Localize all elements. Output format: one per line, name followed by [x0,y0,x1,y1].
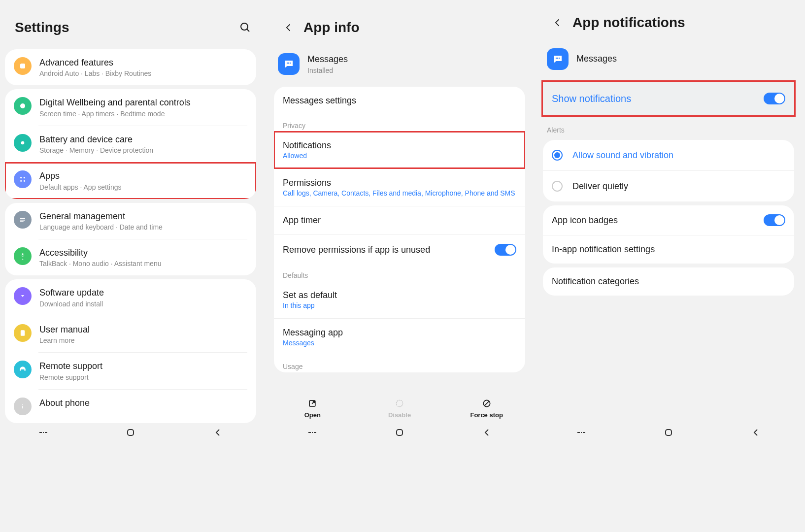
alerts-section-label: Alerts [538,119,799,136]
notifications-row[interactable]: Notifications Allowed [274,132,525,168]
settings-item-general-management[interactable]: General management Language and keyboard… [5,203,256,239]
svg-point-24 [396,400,402,406]
action-label: Disable [388,411,411,419]
messaging-app-row[interactable]: Messaging app Messages [274,318,525,356]
open-button[interactable]: Open [269,399,356,419]
settings-group-4: Software update Download and install Use… [5,279,256,423]
back-icon[interactable] [284,23,294,33]
deliver-quietly-row[interactable]: Deliver quietly [543,170,794,201]
svg-point-33 [559,58,560,59]
settings-item-software-update[interactable]: Software update Download and install [5,279,256,315]
settings-item-digital-wellbeing[interactable]: Digital Wellbeing and parental controls … [5,89,256,125]
row-sub: Messages [283,339,516,347]
item-sub: Android Auto · Labs · Bixby Routines [39,69,247,77]
app-settings-group: Messages settings Privacy Notifications … [274,87,525,372]
settings-item-user-manual[interactable]: User manual Learn more [5,316,256,352]
app-header: Messages [538,40,799,78]
back-button[interactable] [750,427,762,438]
accessibility-icon [14,247,32,265]
svg-point-22 [290,63,291,64]
app-status: Installed [307,66,521,74]
item-title: Advanced features [39,57,247,68]
app-timer-row[interactable]: App timer [274,206,525,234]
svg-point-14 [22,404,23,405]
recents-button[interactable] [306,427,318,438]
item-sub: Learn more [39,336,247,344]
remove-permissions-row[interactable]: Remove permissions if app is unused [274,234,525,265]
row-title: Set as default [283,290,516,300]
messages-app-icon [547,48,569,70]
remove-permissions-toggle[interactable] [495,244,516,256]
inapp-notification-settings-row[interactable]: In-app notification settings [543,235,794,264]
settings-item-apps[interactable]: Apps Default apps · App settings [5,163,256,199]
notification-categories-row[interactable]: Notification categories [543,267,794,296]
wellbeing-icon [14,97,32,115]
svg-point-20 [287,63,288,64]
search-icon[interactable] [239,22,251,33]
alerts-group: Allow sound and vibration Deliver quietl… [543,140,794,201]
page-title: Settings [15,20,69,35]
svg-point-0 [241,23,248,30]
row-sub: In this app [283,301,516,309]
svg-rect-10 [20,220,25,221]
header: Settings [0,0,261,45]
defaults-section-label: Defaults [274,265,525,281]
privacy-section-label: Privacy [274,115,525,132]
settings-item-battery[interactable]: Battery and device care Storage · Memory… [5,126,256,162]
svg-point-32 [557,58,558,59]
back-icon[interactable] [553,18,563,28]
about-phone-icon [14,398,32,415]
recents-button[interactable] [37,427,49,438]
svg-rect-19 [128,430,134,435]
svg-rect-9 [20,218,25,219]
row-sub: Allowed [283,152,516,160]
app-header: Messages Installed [269,45,530,83]
svg-point-12 [22,253,23,255]
page-title: App notifications [572,15,685,31]
item-title: Apps [39,170,247,182]
app-icon-badges-row[interactable]: App icon badges [543,205,794,235]
svg-point-31 [556,58,557,59]
user-manual-icon [14,324,32,342]
general-management-icon [14,211,32,229]
show-notifications-toggle[interactable] [764,93,785,104]
set-default-row[interactable]: Set as default In this app [274,281,525,318]
item-title: User manual [39,324,247,335]
row-title: App timer [283,215,516,226]
app-icon-badges-toggle[interactable] [764,214,785,226]
permissions-row[interactable]: Permissions Call logs, Camera, Contacts,… [274,168,525,206]
messages-settings-row[interactable]: Messages settings [274,87,525,115]
svg-rect-37 [666,430,671,435]
radio-label: Allow sound and vibration [572,150,673,161]
app-name: Messages [576,53,790,65]
home-button[interactable] [125,427,136,438]
svg-point-3 [20,103,25,108]
action-label: Open [304,411,321,419]
show-notifications-row[interactable]: Show notifications [543,82,794,115]
allow-sound-vibration-row[interactable]: Allow sound and vibration [543,140,794,170]
messages-app-icon [278,53,300,75]
settings-item-about-phone[interactable]: About phone [5,390,256,423]
svg-point-7 [20,180,22,182]
back-button[interactable] [481,427,493,438]
app-name: Messages [307,54,521,65]
radio-unselected-icon[interactable] [552,181,563,192]
remote-support-icon [14,361,32,378]
row-title: Messages settings [283,96,516,106]
force-stop-button[interactable]: Force stop [443,399,530,419]
row-title: Messaging app [283,328,516,338]
item-sub: Default apps · App settings [39,183,247,191]
radio-selected-icon[interactable] [552,150,563,161]
settings-group-2: Digital Wellbeing and parental controls … [5,89,256,199]
back-button[interactable] [212,427,224,438]
settings-item-accessibility[interactable]: Accessibility TalkBack · Mono audio · As… [5,239,256,275]
svg-rect-13 [21,330,25,336]
settings-item-advanced-features[interactable]: Advanced features Android Auto · Labs · … [5,49,256,85]
recents-button[interactable] [575,427,587,438]
settings-item-remote-support[interactable]: Remote support Remote support [5,353,256,389]
categories-group: Notification categories [543,267,794,296]
svg-point-6 [24,177,25,178]
home-button[interactable] [663,427,674,438]
home-button[interactable] [394,427,405,438]
system-navbar [0,422,261,443]
